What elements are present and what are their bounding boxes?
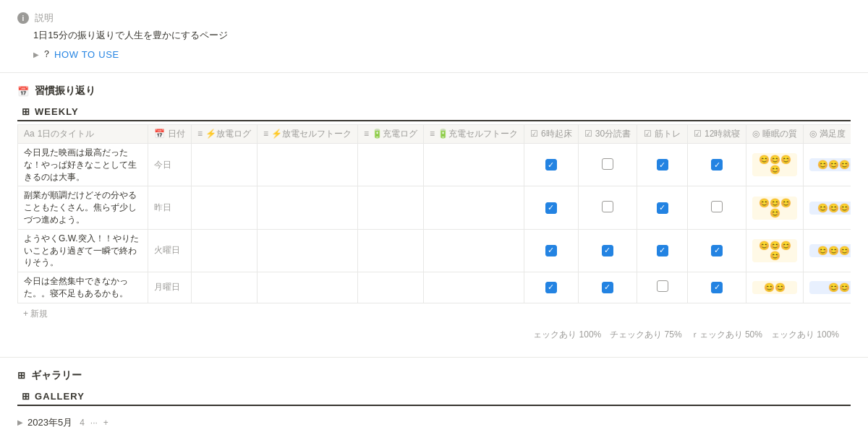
table-icon: ⊞	[22, 106, 30, 117]
section-description-text: 1日15分の振り返りで人生を豊かにするページ	[33, 29, 851, 42]
th-date: 📅日付	[148, 125, 192, 144]
gallery-group: ▶ 2023年5月 4 ··· +	[17, 412, 851, 427]
table-row: 副業が順調だけどその分やることもたくさん。焦らず少しづつ進めよう。昨日✓✓😊😊😊…	[18, 186, 851, 229]
weekly-view-label[interactable]: ⊞ WEEKLY	[17, 103, 851, 121]
section-title-label: 説明	[35, 12, 54, 25]
new-row-button[interactable]: + 新規	[17, 303, 851, 324]
weekly-label-text: WEEKLY	[35, 106, 79, 117]
howto-row: ▶ ？ HOW TO USE	[33, 48, 851, 61]
group-add[interactable]: +	[103, 418, 109, 427]
triangle-icon: ▶	[17, 418, 23, 426]
habit-section: 📅 習慣振り返り ⊞ WEEKLY Aa1日のタイトル 📅日付	[0, 73, 868, 358]
th-charge-log: ≡🔋充電ログ	[358, 125, 424, 144]
habit-table: Aa1日のタイトル 📅日付 ≡⚡放電ログ ≡⚡放電セルフトーク ≡🔋充電ログ	[17, 124, 851, 303]
th-title: Aa1日のタイトル	[18, 125, 148, 144]
gallery-header-icon: ⊞	[17, 370, 25, 381]
gallery-view-label[interactable]: ⊞ GALLERY	[17, 388, 851, 406]
triangle-icon: ▶	[33, 51, 39, 59]
th-sleep-quality: ◎睡眠の質	[746, 125, 804, 144]
table-row: 今日は全然集中できなかった。。寝不足もあるかも。月曜日✓✓✓😊😊😊😊	[18, 272, 851, 303]
gallery-section-header: ⊞ ギャラリー	[17, 369, 851, 382]
habit-section-label: 習慣振り返り	[35, 85, 95, 98]
table-row: ようやくG.W.突入！！やりたいことあり過ぎて一瞬で終わりそう。火曜日✓✓✓✓😊…	[18, 229, 851, 272]
th-read30: ☑30分読書	[578, 125, 637, 144]
habit-section-header: 📅 習慣振り返り	[17, 85, 851, 98]
group-actions[interactable]: ···	[90, 418, 98, 427]
th-workout: ☑筋トレ	[637, 125, 688, 144]
th-charge-talk: ≡🔋充電セルフトーク	[424, 125, 524, 144]
howto-link[interactable]: HOW TO USE	[54, 49, 119, 60]
th-satisfaction: ◎満足度 + ···	[804, 125, 851, 144]
howto-question: ？	[42, 48, 51, 61]
info-icon: i	[17, 12, 29, 24]
th-sleep12: ☑12時就寝	[688, 125, 746, 144]
description-section: i 説明 1日15分の振り返りで人生を豊かにするページ ▶ ？ HOW TO U…	[0, 0, 868, 73]
th-discharge-talk: ≡⚡放電セルフトーク	[258, 125, 358, 144]
group-label[interactable]: 2023年5月	[27, 416, 72, 427]
summary-row: ェックあり 100% チェックあり 75% ｒェックあり 50% ェックあり 1…	[17, 324, 851, 345]
habit-table-container: Aa1日のタイトル 📅日付 ≡⚡放電ログ ≡⚡放電セルフトーク ≡🔋充電ログ	[17, 124, 851, 345]
gallery-section-label: ギャラリー	[31, 369, 82, 382]
th-wake6: ☑6時起床	[524, 125, 579, 144]
group-count: 4	[80, 418, 85, 427]
calendar-icon: 📅	[17, 86, 29, 97]
section-title-description: i 説明	[17, 12, 851, 25]
gallery-section: ⊞ ギャラリー ⊞ GALLERY ▶ 2023年5月 4 ··· + ▶ 20…	[0, 358, 868, 427]
th-discharge-log: ≡⚡放電ログ	[192, 125, 258, 144]
gallery-label-text: GALLERY	[35, 391, 85, 402]
gallery-icon: ⊞	[22, 391, 30, 402]
table-row: 今日見た映画は最高だったな！やっぱ好きなことして生きるのは大事。今日✓✓✓😊😊😊…	[18, 144, 851, 186]
